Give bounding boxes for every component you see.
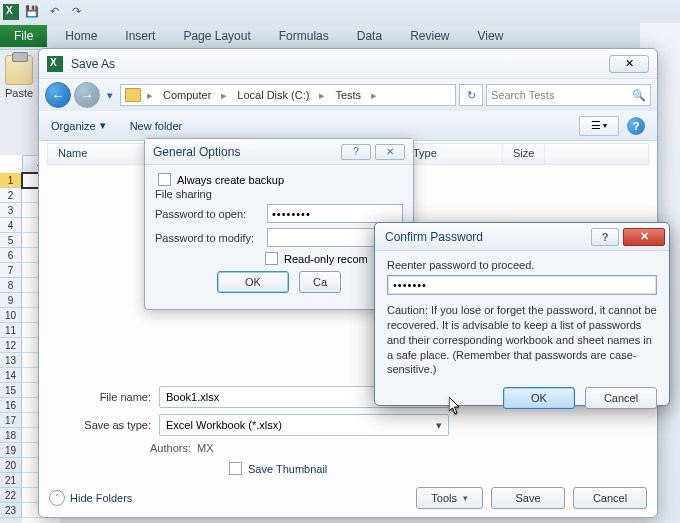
excel-icon xyxy=(3,4,19,20)
always-backup-label: Always create backup xyxy=(177,174,284,186)
qat-undo-icon[interactable]: ↶ xyxy=(45,3,63,21)
tools-menu[interactable]: Tools xyxy=(416,487,483,509)
tab-review[interactable]: Review xyxy=(396,25,463,47)
refresh-button[interactable]: ↻ xyxy=(459,84,483,106)
tab-formulas[interactable]: Formulas xyxy=(265,25,343,47)
chevron-down-icon: ▾ xyxy=(436,419,442,432)
tab-insert[interactable]: Insert xyxy=(111,25,169,47)
help-button[interactable]: ? xyxy=(341,144,371,160)
nav-bar: ← → ▾ ▸ Computer ▸ Local Disk (C:) ▸ Tes… xyxy=(39,79,657,111)
folder-icon xyxy=(125,88,141,102)
ok-button[interactable]: OK xyxy=(217,271,289,293)
col-size[interactable]: Size xyxy=(503,144,545,164)
close-button[interactable]: ✕ xyxy=(623,228,665,246)
chevron-down-icon: ▾ xyxy=(100,119,106,132)
organize-menu[interactable]: Organize▾ xyxy=(51,119,106,132)
qat-redo-icon[interactable]: ↷ xyxy=(67,3,85,21)
forward-button[interactable]: → xyxy=(74,82,100,108)
always-backup-checkbox[interactable] xyxy=(158,173,171,186)
nav-history-dropdown[interactable]: ▾ xyxy=(103,84,117,106)
file-name-label: File name: xyxy=(49,391,159,403)
help-button[interactable]: ? xyxy=(627,117,645,135)
caution-text: Caution: If you lose or forget the passw… xyxy=(387,303,657,377)
file-sharing-section: File sharing xyxy=(155,188,403,200)
excel-icon xyxy=(47,56,63,72)
new-folder-button[interactable]: New folder xyxy=(130,120,183,132)
tab-page-layout[interactable]: Page Layout xyxy=(169,25,264,47)
save-thumbnail-checkbox[interactable] xyxy=(229,462,242,475)
close-button[interactable]: ✕ xyxy=(609,55,649,73)
ok-button[interactable]: OK xyxy=(503,387,575,409)
mouse-cursor-icon xyxy=(449,397,463,417)
ribbon: 💾 ↶ ↷ File Home Insert Page Layout Formu… xyxy=(0,0,680,50)
help-button[interactable]: ? xyxy=(591,228,619,246)
reenter-label: Reenter password to proceed. xyxy=(387,259,657,271)
close-button[interactable]: ✕ xyxy=(375,144,405,160)
cancel-button[interactable]: Ca xyxy=(299,271,341,293)
authors-value[interactable]: MX xyxy=(197,442,214,454)
paste-label: Paste xyxy=(5,87,33,99)
tab-view[interactable]: View xyxy=(464,25,518,47)
cancel-button[interactable]: Cancel xyxy=(573,487,647,509)
reenter-password-input[interactable]: ••••••• xyxy=(387,275,657,295)
confirm-title: Confirm Password xyxy=(385,230,483,244)
breadcrumb-drive[interactable]: Local Disk (C:) xyxy=(233,89,313,101)
password-open-label: Password to open: xyxy=(155,208,267,220)
chevron-up-icon: ˄ xyxy=(49,490,65,506)
save-as-title: Save As xyxy=(71,57,115,71)
back-button[interactable]: ← xyxy=(45,82,71,108)
authors-label: Authors: xyxy=(49,442,197,454)
save-type-label: Save as type: xyxy=(49,419,159,431)
save-button[interactable]: Save xyxy=(491,487,565,509)
explorer-toolbar: Organize▾ New folder ☰ ▾ ? xyxy=(39,111,657,141)
row-headers[interactable]: 1234567891011121314151617181920212223 xyxy=(0,173,22,523)
clipboard-icon xyxy=(5,55,33,85)
confirm-titlebar[interactable]: Confirm Password ? ✕ xyxy=(375,223,669,251)
password-open-input[interactable]: •••••••• xyxy=(267,204,403,223)
readonly-recommended-checkbox[interactable] xyxy=(265,252,278,265)
breadcrumb[interactable]: ▸ Computer ▸ Local Disk (C:) ▸ Tests ▸ xyxy=(120,84,456,106)
view-options-button[interactable]: ☰ ▾ xyxy=(579,116,619,136)
file-tab[interactable]: File xyxy=(0,25,47,47)
paste-group[interactable]: Paste xyxy=(5,55,33,99)
tab-data[interactable]: Data xyxy=(343,25,396,47)
breadcrumb-folder[interactable]: Tests xyxy=(331,89,365,101)
save-as-titlebar[interactable]: Save As ✕ xyxy=(39,49,657,79)
cancel-button[interactable]: Cancel xyxy=(585,387,657,409)
readonly-recommended-label: Read-only recom xyxy=(284,253,368,265)
search-placeholder: Search Tests xyxy=(491,89,554,101)
save-type-dropdown[interactable]: Excel Workbook (*.xlsx)▾ xyxy=(159,414,449,436)
qat-save-icon[interactable]: 💾 xyxy=(23,3,41,21)
search-icon: 🔍 xyxy=(632,89,646,102)
hide-folders-toggle[interactable]: ˄ Hide Folders xyxy=(49,490,132,506)
tab-home[interactable]: Home xyxy=(51,25,111,47)
save-thumbnail-label: Save Thumbnail xyxy=(248,463,327,475)
general-options-title: General Options xyxy=(153,145,240,159)
breadcrumb-computer[interactable]: Computer xyxy=(159,89,215,101)
password-modify-label: Password to modify: xyxy=(155,232,267,244)
search-input[interactable]: Search Tests 🔍 xyxy=(486,84,651,106)
general-options-titlebar[interactable]: General Options ? ✕ xyxy=(145,139,413,165)
col-type[interactable]: Type xyxy=(403,144,503,164)
confirm-password-dialog: Confirm Password ? ✕ Reenter password to… xyxy=(374,222,670,406)
